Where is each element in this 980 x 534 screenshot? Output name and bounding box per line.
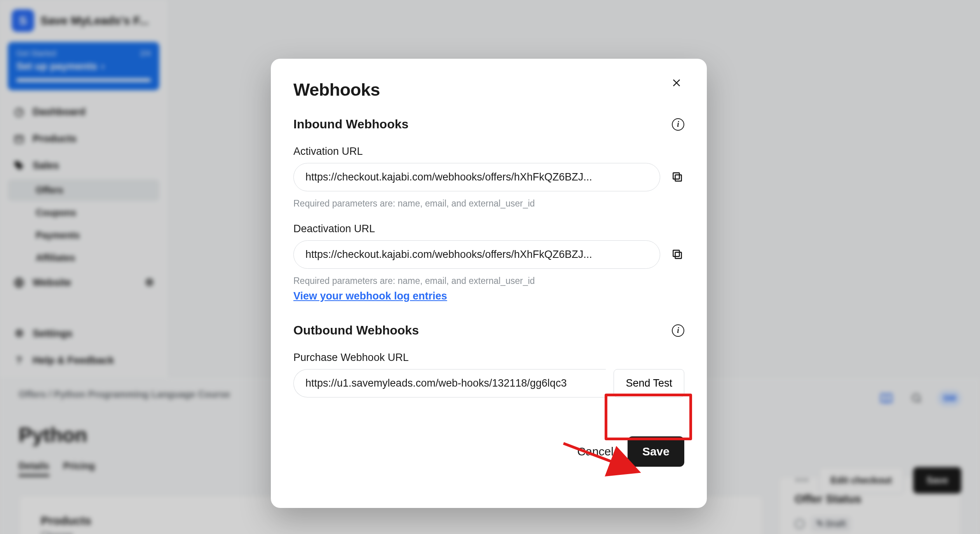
info-icon[interactable]: i: [672, 118, 684, 131]
outbound-title: Outbound Webhooks: [293, 323, 419, 338]
deactivation-hint: Required parameters are: name, email, an…: [293, 276, 684, 286]
cancel-button[interactable]: Cancel: [577, 445, 614, 458]
activation-hint: Required parameters are: name, email, an…: [293, 198, 684, 209]
webhooks-modal: Webhooks Inbound Webhooks i Activation U…: [271, 59, 707, 508]
deactivation-url-input[interactable]: https://checkout.kajabi.com/webhooks/off…: [293, 240, 660, 269]
inbound-title: Inbound Webhooks: [293, 117, 408, 131]
modal-title: Webhooks: [293, 80, 684, 100]
svg-rect-6: [675, 252, 682, 258]
deactivation-url-label: Deactivation URL: [293, 223, 684, 235]
purchase-url-label: Purchase Webhook URL: [293, 352, 684, 364]
send-test-button[interactable]: Send Test: [614, 369, 684, 397]
svg-rect-5: [673, 173, 679, 179]
copy-button[interactable]: [671, 171, 684, 184]
copy-icon: [671, 248, 684, 261]
close-icon: [671, 77, 682, 88]
copy-icon: [671, 171, 684, 183]
webhook-log-link[interactable]: View your webhook log entries: [293, 290, 447, 302]
close-button[interactable]: [671, 77, 686, 92]
activation-url-label: Activation URL: [293, 145, 684, 158]
activation-url-input[interactable]: https://checkout.kajabi.com/webhooks/off…: [293, 163, 660, 191]
purchase-url-input[interactable]: https://u1.savemyleads.com/web-hooks/132…: [293, 369, 606, 397]
svg-rect-7: [673, 250, 679, 256]
modal-save-button[interactable]: Save: [628, 436, 684, 467]
svg-rect-4: [675, 175, 682, 181]
copy-button[interactable]: [671, 248, 684, 261]
info-icon[interactable]: i: [672, 324, 684, 337]
